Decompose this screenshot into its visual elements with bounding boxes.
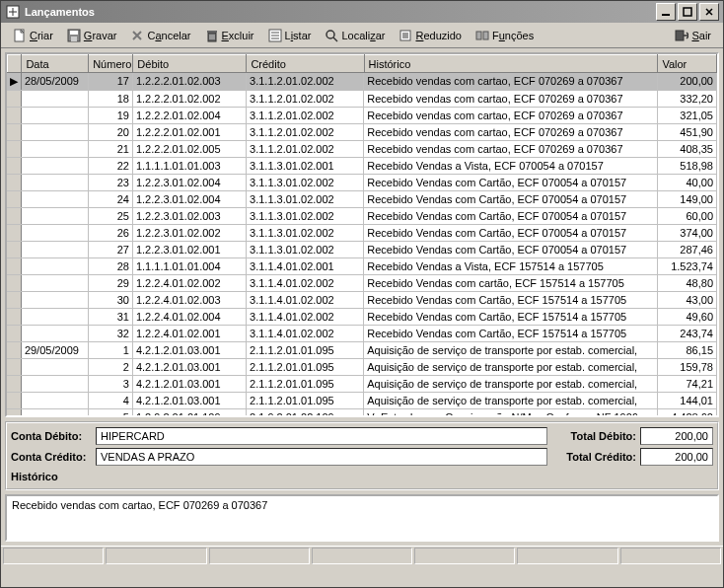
cell-val[interactable]: 49,60 [658,308,717,325]
cell-hist[interactable]: Aquisição de serviço de transporte por e… [364,341,658,358]
cell-data[interactable] [21,408,88,415]
cell-deb[interactable]: 1.2.2.4.01.02.004 [132,308,246,325]
cell-val[interactable]: 374,00 [658,224,717,241]
sair-button[interactable]: Sair [669,26,717,45]
cell-num[interactable]: 24 [88,190,132,207]
cell-cred[interactable]: 3.1.1.3.01.02.002 [247,174,364,190]
cell-num[interactable]: 4 [88,392,132,408]
cell-val[interactable]: 159,78 [658,358,717,375]
table-row[interactable]: 201.2.2.2.01.02.0013.1.1.2.01.02.002Rece… [7,123,717,140]
cell-num[interactable]: 32 [88,325,132,341]
cell-num[interactable]: 28 [88,257,132,274]
table-row[interactable]: 321.2.2.4.01.02.0013.1.1.4.01.02.002Rece… [7,325,717,341]
cell-data[interactable]: 29/05/2009 [21,341,88,358]
cell-deb[interactable]: 1.2.2.3.01.02.004 [132,174,246,190]
cell-deb[interactable]: 1.2.2.2.01.02.003 [132,73,246,90]
cell-deb[interactable]: 1.2.2.2.01.02.005 [132,140,246,157]
table-row[interactable]: 301.2.2.4.01.02.0033.1.1.4.01.02.002Rece… [7,291,717,308]
cell-cred[interactable]: 3.1.1.4.01.02.002 [247,274,364,291]
cell-cred[interactable]: 3.1.1.2.01.02.002 [247,140,364,157]
cell-hist[interactable]: Recebido Vendas com Cartão, ECF 157514 a… [364,291,658,308]
cell-cred[interactable]: 3.1.1.2.01.02.002 [247,123,364,140]
table-row[interactable]: 241.2.2.3.01.02.0043.1.1.3.01.02.002Rece… [7,190,717,207]
col-data[interactable]: Data [22,55,89,73]
cell-num[interactable]: 2 [88,358,132,375]
table-row[interactable]: 29/05/200914.2.1.2.01.03.0012.1.1.2.01.0… [7,341,717,358]
cell-data[interactable] [21,174,88,190]
grid-body[interactable]: ▶28/05/2009171.2.2.2.01.02.0033.1.1.2.01… [7,73,717,415]
cell-data[interactable] [21,291,88,308]
cell-deb[interactable]: 1.2.2.3.01.02.003 [132,207,246,224]
funcoes-button[interactable]: Funções [470,26,540,45]
cell-deb[interactable]: 1.2.2.4.01.02.003 [132,291,246,308]
cell-data[interactable] [21,224,88,241]
cell-hist[interactable]: Recebido vendas com cartao, ECF 070269 a… [364,140,658,157]
table-row[interactable]: 231.2.2.3.01.02.0043.1.1.3.01.02.002Rece… [7,174,717,190]
cell-val[interactable]: 48,80 [658,274,717,291]
cell-cred[interactable]: 3.1.1.3.01.02.002 [247,190,364,207]
cell-hist[interactable]: Recebido vendas com cartao, ECF 070269 a… [364,123,658,140]
cell-val[interactable]: 332,20 [658,90,717,107]
cell-cred[interactable]: 3.1.1.4.01.02.002 [247,308,364,325]
cell-val[interactable]: 40,00 [658,174,717,190]
cell-deb[interactable]: 1.2.2.2.01.02.001 [132,123,246,140]
maximize-button[interactable] [678,3,697,21]
cell-deb[interactable]: 4.2.1.2.01.03.001 [132,341,246,358]
cell-num[interactable]: 21 [88,140,132,157]
cell-hist[interactable]: Recebido Vendas com Cartão, ECF 070054 a… [364,224,658,241]
cell-hist[interactable]: Recebido vendas com cartao, ECF 070269 a… [364,107,658,123]
col-debito[interactable]: Débito [133,55,247,73]
table-row[interactable]: 44.2.1.2.01.03.0012.1.1.2.01.01.095Aquis… [7,392,717,408]
cell-num[interactable]: 27 [88,241,132,257]
cell-num[interactable]: 30 [88,291,132,308]
cell-deb[interactable]: 4.2.1.2.01.03.001 [132,375,246,392]
cell-hist[interactable]: Recebido Vendas com Cartão, ECF 070054 a… [364,207,658,224]
table-row[interactable]: 311.2.2.4.01.02.0043.1.1.4.01.02.002Rece… [7,308,717,325]
cell-hist[interactable]: Recebido Vendas a Vista, ECF 070054 a 07… [364,157,658,174]
cell-cred[interactable]: 3.1.1.4.01.02.002 [247,291,364,308]
cell-hist[interactable]: Recebido Vendas a Vista, ECF 157514 a 15… [364,257,658,274]
table-row[interactable]: 261.2.2.3.01.02.0023.1.1.3.01.02.002Rece… [7,224,717,241]
cell-cred[interactable]: 3.1.1.2.01.02.002 [247,90,364,107]
cancelar-button[interactable]: Cancelar [124,26,196,45]
cell-cred[interactable]: 2.1.1.2.01.01.095 [247,392,364,408]
cell-deb[interactable]: 1.2.2.4.01.02.002 [132,274,246,291]
conta-credito-field[interactable]: VENDAS A PRAZO [96,448,547,466]
cell-cred[interactable]: 3.1.1.2.01.02.002 [247,73,364,90]
cell-data[interactable]: 28/05/2009 [21,73,88,90]
cell-data[interactable] [21,257,88,274]
cell-data[interactable] [21,358,88,375]
cell-val[interactable]: 321,05 [658,107,717,123]
cell-hist[interactable]: Aquisição de serviço de transporte por e… [364,358,658,375]
col-historico[interactable]: Histórico [364,55,658,73]
col-indicator[interactable] [8,55,22,73]
cell-val[interactable]: 451,90 [658,123,717,140]
cell-data[interactable] [21,308,88,325]
cell-val[interactable]: 1.523,74 [658,257,717,274]
cell-deb[interactable]: 1.2.2.2.01.02.004 [132,107,246,123]
cell-hist[interactable]: Recebido vendas com cartao, ECF 070269 a… [364,90,658,107]
cell-hist[interactable]: Vr Entradas em Consignação N/Mes Conform… [364,408,658,415]
cell-deb[interactable]: 1.2.2.3.01.02.002 [132,224,246,241]
cell-hist[interactable]: Recebido Vendas com Cartão, ECF 070054 a… [364,190,658,207]
cell-cred[interactable]: 3.1.1.4.01.02.002 [247,325,364,341]
table-row[interactable]: 281.1.1.1.01.01.0043.1.1.4.01.02.001Rece… [7,257,717,274]
cell-data[interactable] [21,392,88,408]
cell-val[interactable]: 287,46 [658,241,717,257]
cell-deb[interactable]: 1.2.2.3.01.02.001 [132,241,246,257]
cell-val[interactable]: 4.428,60 [658,408,717,415]
cell-hist[interactable]: Recebido vendas com cartao, ECF 070269 a… [364,73,658,90]
table-row[interactable]: 251.2.2.3.01.02.0033.1.1.3.01.02.002Rece… [7,207,717,224]
cell-cred[interactable]: 3.1.1.3.01.02.001 [247,157,364,174]
cell-data[interactable] [21,107,88,123]
cell-cred[interactable]: 3.1.1.3.01.02.002 [247,241,364,257]
table-row[interactable]: 211.2.2.2.01.02.0053.1.1.2.01.02.002Rece… [7,140,717,157]
criar-button[interactable]: Criar [7,26,59,45]
table-row[interactable]: 191.2.2.2.01.02.0043.1.1.2.01.02.002Rece… [7,107,717,123]
cell-data[interactable] [21,274,88,291]
cell-data[interactable] [21,140,88,157]
cell-deb[interactable]: 1.2.9.2.01.01.109 [132,408,246,415]
cell-cred[interactable]: 2.1.1.2.01.01.095 [247,375,364,392]
cell-data[interactable] [21,241,88,257]
table-row[interactable]: 51.2.9.2.01.01.1092.1.9.2.01.02.109Vr En… [7,408,717,415]
